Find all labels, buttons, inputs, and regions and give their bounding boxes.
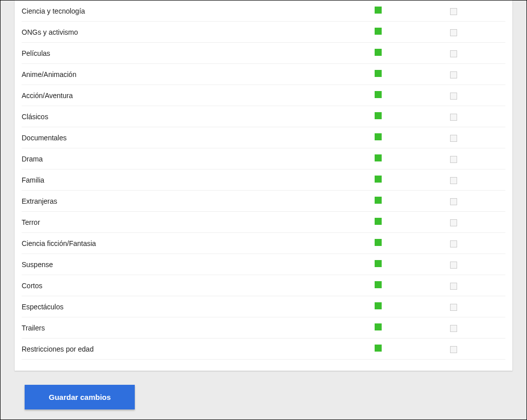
restrict-checkbox-cell	[450, 260, 505, 268]
restrict-checkbox-cell	[450, 323, 505, 331]
category-label: Espectáculos	[22, 303, 375, 311]
category-row: Extranjeras	[22, 191, 505, 212]
category-label: Clásicos	[22, 113, 375, 121]
category-row: Restricciones por edad	[22, 339, 505, 360]
restrict-checkbox[interactable]	[450, 93, 457, 100]
enabled-indicator-cell	[375, 323, 450, 332]
enabled-indicator-cell	[375, 28, 450, 36]
category-label: Extranjeras	[22, 197, 375, 205]
category-row: ONGs y activismo	[22, 22, 505, 43]
restrict-checkbox-cell	[450, 239, 505, 247]
category-label: Familia	[22, 176, 375, 184]
category-label: Suspense	[22, 261, 375, 269]
enabled-indicator-icon	[375, 345, 382, 352]
restrict-checkbox[interactable]	[450, 50, 457, 57]
enabled-indicator-icon	[375, 176, 382, 183]
category-label: Anime/Animación	[22, 70, 375, 78]
category-label: Películas	[22, 49, 375, 57]
enabled-indicator-cell	[375, 154, 450, 163]
restrict-checkbox-cell	[450, 218, 505, 226]
restrict-checkbox[interactable]	[450, 240, 457, 247]
category-label: Ciencia y tecnología	[22, 7, 375, 15]
restrict-checkbox[interactable]	[450, 219, 457, 226]
restrict-checkbox-cell	[450, 281, 505, 289]
enabled-indicator-cell	[375, 70, 450, 78]
enabled-indicator-cell	[375, 197, 450, 205]
enabled-indicator-icon	[375, 197, 382, 204]
category-row: Ciencia y tecnología	[22, 1, 505, 22]
enabled-indicator-icon	[375, 91, 382, 98]
category-label: Restricciones por edad	[22, 345, 375, 353]
category-label: Documentales	[22, 134, 375, 142]
category-label: Terror	[22, 218, 375, 226]
category-row: Cortos	[22, 275, 505, 296]
category-row: Ciencia ficción/Fantasia	[22, 233, 505, 254]
enabled-indicator-icon	[375, 239, 382, 246]
category-row: Drama	[22, 148, 505, 170]
restrict-checkbox[interactable]	[450, 114, 457, 121]
enabled-indicator-icon	[375, 28, 382, 35]
category-label: Acción/Aventura	[22, 92, 375, 100]
restrict-checkbox-cell	[450, 49, 505, 57]
category-row: Familia	[22, 170, 505, 191]
category-row: Clásicos	[22, 106, 505, 127]
restrict-checkbox-cell	[450, 345, 505, 353]
category-row: Espectáculos	[22, 296, 505, 317]
category-row: Suspense	[22, 254, 505, 275]
restrict-checkbox-cell	[450, 197, 505, 205]
enabled-indicator-icon	[375, 281, 382, 288]
save-button[interactable]: Guardar cambios	[25, 385, 135, 409]
category-label: ONGs y activismo	[22, 28, 375, 36]
category-row: Películas	[22, 43, 505, 64]
enabled-indicator-icon	[375, 133, 382, 140]
category-label: Ciencia ficción/Fantasia	[22, 239, 375, 247]
category-row: Acción/Aventura	[22, 85, 505, 106]
enabled-indicator-icon	[375, 7, 382, 14]
enabled-indicator-cell	[375, 112, 450, 121]
restrict-checkbox[interactable]	[450, 262, 457, 269]
category-label: Drama	[22, 155, 375, 163]
enabled-indicator-icon	[375, 218, 382, 225]
enabled-indicator-icon	[375, 302, 382, 309]
restrict-checkbox-cell	[450, 28, 505, 36]
enabled-indicator-cell	[375, 91, 450, 100]
enabled-indicator-icon	[375, 323, 382, 330]
category-list: Ciencia y tecnologíaONGs y activismoPelí…	[15, 1, 512, 360]
enabled-indicator-cell	[375, 49, 450, 57]
enabled-indicator-cell	[375, 239, 450, 247]
category-row: Trailers	[22, 317, 505, 339]
restrict-checkbox[interactable]	[450, 283, 457, 290]
restrict-checkbox-cell	[450, 133, 505, 141]
enabled-indicator-icon	[375, 112, 382, 119]
enabled-indicator-cell	[375, 7, 450, 15]
category-label: Cortos	[22, 282, 375, 290]
enabled-indicator-cell	[375, 260, 450, 269]
restrict-checkbox[interactable]	[450, 177, 457, 184]
restrict-checkbox[interactable]	[450, 71, 457, 78]
restrict-checkbox[interactable]	[450, 346, 457, 353]
category-label: Trailers	[22, 324, 375, 332]
restrict-checkbox-cell	[450, 91, 505, 99]
enabled-indicator-cell	[375, 176, 450, 184]
enabled-indicator-icon	[375, 70, 382, 77]
restrict-checkbox-cell	[450, 7, 505, 15]
category-row: Terror	[22, 212, 505, 233]
category-row: Anime/Animación	[22, 64, 505, 85]
restrict-checkbox-cell	[450, 112, 505, 120]
restrict-checkbox[interactable]	[450, 8, 457, 15]
enabled-indicator-cell	[375, 218, 450, 226]
restrict-checkbox[interactable]	[450, 304, 457, 311]
enabled-indicator-icon	[375, 49, 382, 56]
enabled-indicator-cell	[375, 345, 450, 353]
restrict-checkbox-cell	[450, 70, 505, 78]
restrict-checkbox[interactable]	[450, 135, 457, 142]
restrict-checkbox-cell	[450, 302, 505, 310]
enabled-indicator-cell	[375, 281, 450, 290]
restrict-checkbox[interactable]	[450, 29, 457, 36]
enabled-indicator-cell	[375, 133, 450, 142]
restrict-checkbox[interactable]	[450, 325, 457, 332]
settings-card: Ciencia y tecnologíaONGs y activismoPelí…	[15, 1, 512, 371]
restrict-checkbox[interactable]	[450, 156, 457, 163]
restrict-checkbox[interactable]	[450, 198, 457, 205]
enabled-indicator-icon	[375, 260, 382, 267]
